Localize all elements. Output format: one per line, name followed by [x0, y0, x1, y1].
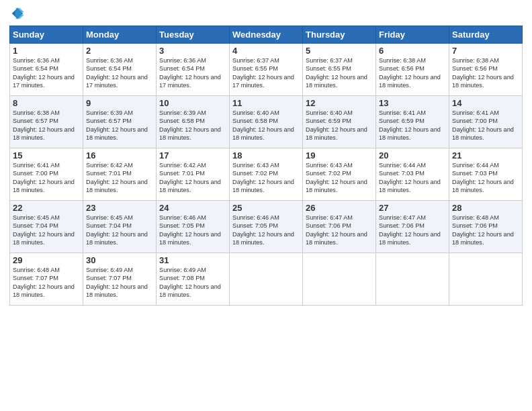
day-number: 9 [86, 98, 153, 108]
cell-details: Sunrise: 6:38 AMSunset: 6:57 PMDaylight:… [13, 109, 75, 141]
logo-icon [11, 7, 24, 20]
logo [9, 7, 24, 20]
day-number: 6 [379, 46, 446, 56]
day-number: 14 [452, 98, 519, 108]
cell-details: Sunrise: 6:37 AMSunset: 6:55 PMDaylight:… [232, 57, 294, 89]
cell-details: Sunrise: 6:46 AMSunset: 7:05 PMDaylight:… [232, 214, 294, 246]
day-number: 26 [306, 203, 373, 213]
day-number: 31 [159, 255, 226, 265]
calendar-cell: 17 Sunrise: 6:42 AMSunset: 7:01 PMDaylig… [157, 148, 230, 201]
calendar-week-row: 22 Sunrise: 6:45 AMSunset: 7:04 PMDaylig… [10, 201, 523, 253]
day-header: Tuesday [157, 26, 230, 44]
day-header: Wednesday [230, 26, 303, 44]
calendar-cell: 13 Sunrise: 6:41 AMSunset: 6:59 PMDaylig… [376, 96, 449, 148]
calendar-cell: 25 Sunrise: 6:46 AMSunset: 7:05 PMDaylig… [230, 201, 303, 253]
day-number: 22 [13, 203, 80, 213]
cell-details: Sunrise: 6:44 AMSunset: 7:03 PMDaylight:… [452, 162, 514, 193]
header [9, 7, 523, 20]
calendar-cell: 16 Sunrise: 6:42 AMSunset: 7:01 PMDaylig… [83, 148, 157, 201]
day-number: 28 [452, 203, 519, 213]
calendar-cell: 5 Sunrise: 6:37 AMSunset: 6:55 PMDayligh… [303, 44, 376, 96]
calendar-cell: 29 Sunrise: 6:48 AMSunset: 7:07 PMDaylig… [10, 253, 83, 306]
cell-details: Sunrise: 6:45 AMSunset: 7:04 PMDaylight:… [13, 214, 75, 246]
cell-details: Sunrise: 6:38 AMSunset: 6:56 PMDaylight:… [452, 57, 514, 89]
calendar-cell: 20 Sunrise: 6:44 AMSunset: 7:03 PMDaylig… [376, 148, 449, 201]
cell-details: Sunrise: 6:42 AMSunset: 7:01 PMDaylight:… [86, 162, 148, 193]
cell-details: Sunrise: 6:45 AMSunset: 7:04 PMDaylight:… [86, 214, 148, 246]
cell-details: Sunrise: 6:39 AMSunset: 6:58 PMDaylight:… [159, 109, 221, 141]
calendar-cell: 12 Sunrise: 6:40 AMSunset: 6:59 PMDaylig… [303, 96, 376, 148]
calendar-cell [303, 253, 376, 306]
cell-details: Sunrise: 6:42 AMSunset: 7:01 PMDaylight:… [159, 162, 221, 193]
day-number: 4 [232, 46, 300, 56]
calendar-cell: 14 Sunrise: 6:41 AMSunset: 7:00 PMDaylig… [449, 96, 523, 148]
day-number: 19 [306, 150, 373, 161]
day-header: Monday [83, 26, 157, 44]
calendar-week-row: 1 Sunrise: 6:36 AMSunset: 6:54 PMDayligh… [10, 44, 523, 96]
calendar-cell: 7 Sunrise: 6:38 AMSunset: 6:56 PMDayligh… [449, 44, 523, 96]
day-number: 24 [159, 203, 226, 213]
day-number: 27 [379, 203, 446, 213]
day-number: 7 [452, 46, 519, 56]
day-number: 30 [86, 255, 153, 265]
day-header: Thursday [303, 26, 376, 44]
cell-details: Sunrise: 6:36 AMSunset: 6:54 PMDaylight:… [13, 57, 75, 89]
day-number: 10 [159, 98, 226, 108]
day-number: 16 [86, 150, 153, 161]
day-number: 18 [232, 150, 300, 161]
calendar-header-row: SundayMondayTuesdayWednesdayThursdayFrid… [10, 26, 523, 44]
calendar-cell: 24 Sunrise: 6:46 AMSunset: 7:05 PMDaylig… [157, 201, 230, 253]
cell-details: Sunrise: 6:41 AMSunset: 7:00 PMDaylight:… [452, 109, 514, 141]
calendar-cell: 27 Sunrise: 6:47 AMSunset: 7:06 PMDaylig… [376, 201, 449, 253]
cell-details: Sunrise: 6:48 AMSunset: 7:07 PMDaylight:… [13, 267, 75, 298]
cell-details: Sunrise: 6:36 AMSunset: 6:54 PMDaylight:… [159, 57, 221, 89]
day-number: 25 [232, 203, 300, 213]
day-header: Friday [376, 26, 449, 44]
day-header: Sunday [10, 26, 83, 44]
cell-details: Sunrise: 6:37 AMSunset: 6:55 PMDaylight:… [306, 57, 367, 89]
page: SundayMondayTuesdayWednesdayThursdayFrid… [0, 0, 532, 411]
day-number: 21 [452, 150, 519, 161]
day-number: 11 [232, 98, 300, 108]
calendar-cell: 28 Sunrise: 6:48 AMSunset: 7:06 PMDaylig… [449, 201, 523, 253]
day-number: 23 [86, 203, 153, 213]
calendar-cell [376, 253, 449, 306]
calendar-cell: 26 Sunrise: 6:47 AMSunset: 7:06 PMDaylig… [303, 201, 376, 253]
cell-details: Sunrise: 6:36 AMSunset: 6:54 PMDaylight:… [86, 57, 148, 89]
calendar-cell: 19 Sunrise: 6:43 AMSunset: 7:02 PMDaylig… [303, 148, 376, 201]
calendar-cell [230, 253, 303, 306]
calendar-cell: 23 Sunrise: 6:45 AMSunset: 7:04 PMDaylig… [83, 201, 157, 253]
cell-details: Sunrise: 6:38 AMSunset: 6:56 PMDaylight:… [379, 57, 441, 89]
calendar-cell: 2 Sunrise: 6:36 AMSunset: 6:54 PMDayligh… [83, 44, 157, 96]
cell-details: Sunrise: 6:44 AMSunset: 7:03 PMDaylight:… [379, 162, 441, 193]
calendar-cell: 22 Sunrise: 6:45 AMSunset: 7:04 PMDaylig… [10, 201, 83, 253]
cell-details: Sunrise: 6:43 AMSunset: 7:02 PMDaylight:… [232, 162, 294, 193]
calendar-cell: 4 Sunrise: 6:37 AMSunset: 6:55 PMDayligh… [230, 44, 303, 96]
cell-details: Sunrise: 6:46 AMSunset: 7:05 PMDaylight:… [159, 214, 221, 246]
cell-details: Sunrise: 6:43 AMSunset: 7:02 PMDaylight:… [306, 162, 367, 193]
calendar-week-row: 8 Sunrise: 6:38 AMSunset: 6:57 PMDayligh… [10, 96, 523, 148]
calendar-week-row: 15 Sunrise: 6:41 AMSunset: 7:00 PMDaylig… [10, 148, 523, 201]
calendar-cell: 18 Sunrise: 6:43 AMSunset: 7:02 PMDaylig… [230, 148, 303, 201]
day-number: 15 [13, 150, 80, 161]
cell-details: Sunrise: 6:49 AMSunset: 7:08 PMDaylight:… [159, 267, 221, 298]
day-header: Saturday [449, 26, 523, 44]
day-number: 17 [159, 150, 226, 161]
calendar-table: SundayMondayTuesdayWednesdayThursdayFrid… [9, 26, 523, 306]
calendar-cell: 8 Sunrise: 6:38 AMSunset: 6:57 PMDayligh… [10, 96, 83, 148]
cell-details: Sunrise: 6:47 AMSunset: 7:06 PMDaylight:… [306, 214, 367, 246]
cell-details: Sunrise: 6:48 AMSunset: 7:06 PMDaylight:… [452, 214, 514, 246]
cell-details: Sunrise: 6:41 AMSunset: 7:00 PMDaylight:… [13, 162, 75, 193]
calendar-cell: 15 Sunrise: 6:41 AMSunset: 7:00 PMDaylig… [10, 148, 83, 201]
day-number: 2 [86, 46, 153, 56]
day-number: 12 [306, 98, 373, 108]
calendar-cell: 3 Sunrise: 6:36 AMSunset: 6:54 PMDayligh… [157, 44, 230, 96]
cell-details: Sunrise: 6:47 AMSunset: 7:06 PMDaylight:… [379, 214, 441, 246]
day-number: 5 [306, 46, 373, 56]
day-number: 3 [159, 46, 226, 56]
calendar-week-row: 29 Sunrise: 6:48 AMSunset: 7:07 PMDaylig… [10, 253, 523, 306]
calendar-cell: 21 Sunrise: 6:44 AMSunset: 7:03 PMDaylig… [449, 148, 523, 201]
day-number: 1 [13, 46, 80, 56]
day-number: 8 [13, 98, 80, 108]
calendar-cell: 9 Sunrise: 6:39 AMSunset: 6:57 PMDayligh… [83, 96, 157, 148]
